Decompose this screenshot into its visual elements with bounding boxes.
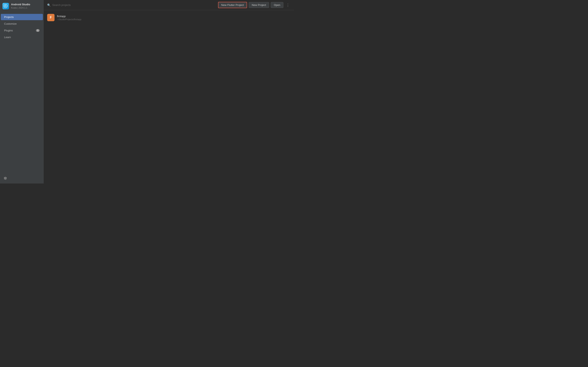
- sidebar: Android Studio Koala | 2024.1.1 Projects…: [0, 0, 44, 184]
- sidebar-app-info: Android Studio Koala | 2024.1.1: [11, 3, 30, 9]
- projects-list: F firstapp ~/StudioProjects/firstapp: [44, 10, 294, 184]
- sidebar-item-plugins[interactable]: Plugins 1: [1, 27, 43, 34]
- sidebar-nav: Projects Customize Plugins 1 Learn: [0, 12, 44, 173]
- sidebar-header: Android Studio Koala | 2024.1.1: [0, 0, 44, 12]
- project-item[interactable]: F firstapp ~/StudioProjects/firstapp: [44, 12, 294, 23]
- project-name: firstapp: [57, 15, 81, 18]
- toolbar-actions: New Flutter Project New Project Open ⋮: [218, 2, 291, 8]
- sidebar-label-customize: Customize: [4, 22, 17, 25]
- new-flutter-project-button[interactable]: New Flutter Project: [218, 2, 247, 8]
- search-container: 🔍: [47, 3, 216, 7]
- project-path: ~/StudioProjects/firstapp: [57, 18, 81, 21]
- more-options-button[interactable]: ⋮: [285, 2, 291, 8]
- sidebar-label-projects: Projects: [4, 16, 14, 18]
- new-project-button[interactable]: New Project: [249, 2, 269, 8]
- svg-point-2: [6, 6, 6, 7]
- search-input[interactable]: [52, 3, 93, 7]
- sidebar-label-plugins: Plugins: [4, 29, 13, 32]
- app-name: Android Studio: [11, 3, 30, 6]
- content-area: 🔍 New Flutter Project New Project Open ⋮…: [44, 0, 294, 184]
- open-button[interactable]: Open: [271, 2, 283, 8]
- sidebar-item-customize[interactable]: Customize: [1, 21, 43, 27]
- app-version: Koala | 2024.1.1: [11, 6, 30, 9]
- app-logo: [2, 3, 9, 9]
- toolbar: 🔍 New Flutter Project New Project Open ⋮: [44, 0, 294, 10]
- search-icon: 🔍: [47, 3, 51, 7]
- project-icon: F: [47, 14, 54, 21]
- svg-point-1: [5, 6, 6, 7]
- sidebar-label-learn: Learn: [4, 36, 11, 39]
- sidebar-item-learn[interactable]: Learn: [1, 34, 43, 40]
- sidebar-footer: [0, 173, 44, 184]
- settings-button[interactable]: [2, 175, 8, 181]
- plugins-badge: 1: [36, 29, 40, 32]
- svg-point-0: [4, 4, 8, 8]
- project-details: firstapp ~/StudioProjects/firstapp: [57, 15, 81, 21]
- sidebar-item-projects[interactable]: Projects: [1, 14, 43, 20]
